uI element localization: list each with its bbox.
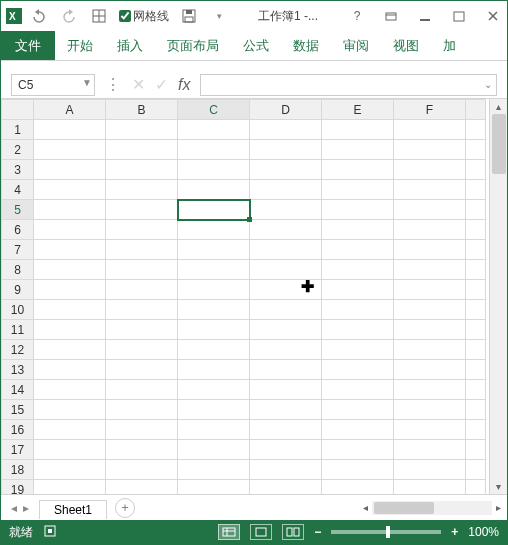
row-header-18[interactable]: 18 <box>2 460 34 480</box>
cell-extra-3[interactable] <box>466 160 486 180</box>
select-all-corner[interactable] <box>2 100 34 120</box>
cell-A4[interactable] <box>34 180 106 200</box>
tab-formula[interactable]: 公式 <box>231 31 281 60</box>
cell-F1[interactable] <box>394 120 466 140</box>
cell-extra-4[interactable] <box>466 180 486 200</box>
cell-D5[interactable] <box>250 200 322 220</box>
cell-E18[interactable] <box>322 460 394 480</box>
tab-review[interactable]: 审阅 <box>331 31 381 60</box>
zoom-level[interactable]: 100% <box>468 525 499 539</box>
cell-B2[interactable] <box>106 140 178 160</box>
scroll-right-icon[interactable]: ▸ <box>496 502 501 513</box>
cell-D2[interactable] <box>250 140 322 160</box>
cell-E17[interactable] <box>322 440 394 460</box>
cell-extra-18[interactable] <box>466 460 486 480</box>
cell-E5[interactable] <box>322 200 394 220</box>
cell-B18[interactable] <box>106 460 178 480</box>
row-header-12[interactable]: 12 <box>2 340 34 360</box>
cell-B3[interactable] <box>106 160 178 180</box>
expand-formula-icon[interactable]: ⌄ <box>484 79 492 90</box>
col-header-B[interactable]: B <box>106 100 178 120</box>
cell-F17[interactable] <box>394 440 466 460</box>
cell-F19[interactable] <box>394 480 466 495</box>
row-header-1[interactable]: 1 <box>2 120 34 140</box>
zoom-out-button[interactable]: − <box>314 525 321 539</box>
hscroll-track[interactable] <box>372 501 492 515</box>
cell-B10[interactable] <box>106 300 178 320</box>
cell-C14[interactable] <box>178 380 250 400</box>
cell-A6[interactable] <box>34 220 106 240</box>
cell-C1[interactable] <box>178 120 250 140</box>
cell-F14[interactable] <box>394 380 466 400</box>
cell-E7[interactable] <box>322 240 394 260</box>
cell-F9[interactable] <box>394 280 466 300</box>
cell-C9[interactable] <box>178 280 250 300</box>
cell-D7[interactable] <box>250 240 322 260</box>
row-header-3[interactable]: 3 <box>2 160 34 180</box>
row-header-13[interactable]: 13 <box>2 360 34 380</box>
cell-B16[interactable] <box>106 420 178 440</box>
cell-E14[interactable] <box>322 380 394 400</box>
cell-E8[interactable] <box>322 260 394 280</box>
cell-extra-2[interactable] <box>466 140 486 160</box>
row-header-11[interactable]: 11 <box>2 320 34 340</box>
row-header-6[interactable]: 6 <box>2 220 34 240</box>
fx-icon[interactable]: fx <box>178 76 190 94</box>
cell-E13[interactable] <box>322 360 394 380</box>
tab-layout[interactable]: 页面布局 <box>155 31 231 60</box>
cell-extra-1[interactable] <box>466 120 486 140</box>
cell-A12[interactable] <box>34 340 106 360</box>
cell-D6[interactable] <box>250 220 322 240</box>
tab-file[interactable]: 文件 <box>1 31 55 60</box>
row-header-17[interactable]: 17 <box>2 440 34 460</box>
cell-extra-5[interactable] <box>466 200 486 220</box>
cell-C3[interactable] <box>178 160 250 180</box>
cell-E10[interactable] <box>322 300 394 320</box>
cell-A14[interactable] <box>34 380 106 400</box>
cell-extra-9[interactable] <box>466 280 486 300</box>
name-box[interactable]: C5 ▼ <box>11 74 95 96</box>
row-header-10[interactable]: 10 <box>2 300 34 320</box>
cell-E6[interactable] <box>322 220 394 240</box>
cell-F13[interactable] <box>394 360 466 380</box>
cell-E19[interactable] <box>322 480 394 495</box>
horizontal-scrollbar[interactable]: ◂ ▸ <box>135 501 507 515</box>
cell-D8[interactable] <box>250 260 322 280</box>
cell-D15[interactable] <box>250 400 322 420</box>
cell-E3[interactable] <box>322 160 394 180</box>
cell-extra-8[interactable] <box>466 260 486 280</box>
scroll-left-icon[interactable]: ◂ <box>363 502 368 513</box>
spreadsheet-grid[interactable]: ABCDEF1234567891011121314151617181920 <box>1 99 486 494</box>
row-header-16[interactable]: 16 <box>2 420 34 440</box>
tab-addins[interactable]: 加 <box>431 31 468 60</box>
cell-B11[interactable] <box>106 320 178 340</box>
ribbon-options-button[interactable] <box>381 6 401 26</box>
cell-C2[interactable] <box>178 140 250 160</box>
cell-C16[interactable] <box>178 420 250 440</box>
cell-E4[interactable] <box>322 180 394 200</box>
cell-D1[interactable] <box>250 120 322 140</box>
cell-C13[interactable] <box>178 360 250 380</box>
cell-B8[interactable] <box>106 260 178 280</box>
col-header-A[interactable]: A <box>34 100 106 120</box>
cell-D12[interactable] <box>250 340 322 360</box>
vertical-scrollbar[interactable]: ▴ ▾ <box>489 99 507 494</box>
cell-E1[interactable] <box>322 120 394 140</box>
cell-A17[interactable] <box>34 440 106 460</box>
cell-A5[interactable] <box>34 200 106 220</box>
tab-home[interactable]: 开始 <box>55 31 105 60</box>
maximize-button[interactable] <box>449 6 469 26</box>
cell-A9[interactable] <box>34 280 106 300</box>
cell-F16[interactable] <box>394 420 466 440</box>
cell-extra-15[interactable] <box>466 400 486 420</box>
row-header-19[interactable]: 19 <box>2 480 34 495</box>
col-header-D[interactable]: D <box>250 100 322 120</box>
cell-D18[interactable] <box>250 460 322 480</box>
view-layout-button[interactable] <box>250 524 272 540</box>
cell-F11[interactable] <box>394 320 466 340</box>
sheet-nav-next-icon[interactable]: ▸ <box>23 501 29 515</box>
qat-dropdown-icon[interactable]: ▾ <box>209 6 229 26</box>
cell-extra-12[interactable] <box>466 340 486 360</box>
col-header-E[interactable]: E <box>322 100 394 120</box>
cell-F6[interactable] <box>394 220 466 240</box>
